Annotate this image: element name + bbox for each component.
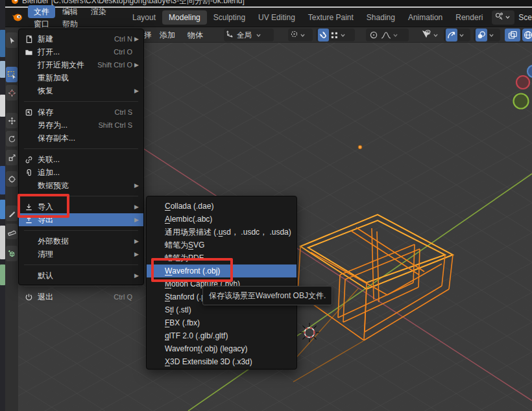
scene-icon — [494, 12, 503, 23]
submenu-item[interactable]: FBX (.fbx) — [147, 316, 296, 329]
navigation-gizmo[interactable] — [514, 65, 532, 109]
submenu-arrow-icon: ▶ — [132, 182, 139, 189]
submenu-item[interactable]: Wavefront (.obj) (legacy) — [147, 342, 296, 355]
file-menu-item[interactable]: 保存副本... — [19, 132, 143, 145]
pivot-point-dropdown[interactable] — [288, 29, 313, 41]
tweak-tool-button[interactable] — [6, 32, 18, 48]
xray-toggle[interactable] — [505, 29, 520, 41]
submenu-item[interactable]: Alembic(.abc) — [147, 213, 296, 226]
file-menu-item[interactable]: 恢复▶ — [19, 84, 143, 97]
file-menu-item[interactable]: 打开近期文件Shift Ctrl O▶ — [19, 58, 143, 71]
chevron-down-icon — [459, 32, 465, 38]
chevron-down-icon — [300, 32, 306, 38]
file-menu-item[interactable]: 重新加载 — [19, 71, 143, 84]
gizmos-group — [444, 29, 470, 41]
submenu-item[interactable]: glTF 2.0 (.glb/.gltf) — [147, 329, 296, 342]
workspace-tab[interactable]: Shading — [360, 10, 402, 25]
annotation-box-wavefront — [151, 258, 233, 282]
submenu-arrow-icon: ▶ — [132, 251, 139, 257]
workspace-tab[interactable]: UV Editing — [252, 10, 302, 25]
transform-orientation-dropdown[interactable]: 全局 — [224, 29, 274, 41]
menubar-menu[interactable]: 渲染 — [85, 5, 112, 18]
file-menu-item[interactable]: 追加... — [19, 166, 143, 179]
menu-add[interactable]: 添加 — [160, 30, 175, 41]
workspace-tab[interactable]: Renderi — [449, 10, 489, 25]
file-menu-item[interactable]: 保存Ctrl S — [19, 106, 143, 119]
menu-item-label: 另存为... — [38, 120, 93, 131]
workspace-tab[interactable]: Modeling — [162, 10, 207, 25]
chevron-down-icon — [505, 14, 511, 20]
menu-separator — [24, 230, 138, 231]
tooltip-text: 保存该场景至Wavefront OBJ文件. — [209, 290, 326, 301]
tooltip: 保存该场景至Wavefront OBJ文件. — [202, 286, 332, 305]
chevron-down-icon — [489, 32, 494, 38]
file-menu-item[interactable]: 关联... — [19, 153, 143, 166]
rotate-tool-button[interactable] — [6, 131, 18, 147]
file-menu-item[interactable]: 外部数据▶ — [19, 235, 143, 248]
file-menu-item[interactable]: 退出Ctrl Q — [19, 290, 143, 303]
submenu-item[interactable]: 蜡笔为SVG — [147, 239, 296, 252]
workspace-tabs: LayoutModelingSculptingUV EditingTexture… — [126, 10, 489, 25]
workspace-tab[interactable]: Texture Paint — [302, 10, 360, 25]
visibility-icon — [422, 29, 431, 41]
submenu-arrow-icon: ▶ — [132, 36, 139, 42]
cursor-tool-button[interactable] — [6, 85, 18, 100]
main-menus: 文件编辑渲染窗口帮助 — [28, 5, 114, 30]
3d-cursor[interactable] — [305, 328, 315, 338]
xray-icon — [505, 29, 520, 41]
menu-item-shortcut: Ctrl O — [114, 48, 132, 56]
file-menu-item[interactable]: 新建Ctrl N▶ — [19, 32, 143, 45]
measure-tool-button[interactable] — [6, 224, 18, 239]
file-menu-item[interactable]: 默认▶ — [19, 269, 143, 282]
annotation-box-export — [18, 194, 69, 218]
submenu-item[interactable]: X3D Extensible 3D (.x3d) — [147, 355, 296, 368]
scene-selector[interactable] — [492, 10, 514, 25]
snap-target-dropdown[interactable] — [329, 29, 348, 41]
submenu-item[interactable]: 通用场景描述 (.usd， .usdc， .usda) — [147, 226, 296, 239]
annotate-tool-button[interactable] — [6, 206, 18, 221]
snap-group — [316, 29, 355, 41]
blender-app-icon[interactable] — [12, 12, 23, 22]
file-menu-item[interactable]: 打开...Ctrl O — [19, 45, 143, 58]
submenu-item[interactable]: Collada (.dae) — [147, 200, 296, 213]
move-tool-button[interactable] — [6, 113, 18, 128]
file-menu-item[interactable]: 另存为...Shift Ctrl S — [19, 119, 143, 132]
wireframe-object-selected[interactable] — [298, 215, 453, 340]
scale-tool-button[interactable] — [6, 150, 18, 165]
file-menu-item[interactable]: 数据预览▶ — [19, 179, 143, 192]
select-box-tool-button[interactable] — [6, 67, 18, 82]
menu-separator — [24, 101, 138, 102]
menu-separator — [24, 286, 138, 287]
snap-toggle[interactable] — [318, 29, 329, 41]
proportional-editing-toggle[interactable] — [368, 29, 380, 41]
menubar-menu[interactable]: 文件 — [28, 5, 55, 18]
workspace-tab[interactable]: Layout — [126, 10, 162, 25]
file-menu-item[interactable]: 清理▶ — [19, 248, 143, 261]
menu-object[interactable]: 物体 — [187, 30, 203, 41]
menubar-menu[interactable]: 编辑 — [56, 5, 84, 18]
shading-wireframe-button[interactable] — [522, 29, 532, 41]
falloff-dropdown[interactable] — [380, 29, 401, 41]
chevron-down-icon — [340, 32, 346, 38]
append-icon — [25, 169, 38, 177]
show-object-types-dropdown[interactable] — [420, 29, 442, 41]
orientation-icon — [226, 29, 234, 41]
workspace-tab[interactable]: Animation — [402, 10, 449, 25]
menu-item-label: 打开... — [38, 47, 108, 58]
menu-item-label: 新建 — [38, 34, 109, 45]
new-file-icon — [25, 35, 38, 43]
submenu-arrow-icon: ▶ — [132, 204, 139, 210]
menu-item-label: 重新加载 — [38, 73, 127, 84]
add-cube-tool-button[interactable] — [6, 246, 18, 261]
menu-select[interactable]: 择 — [144, 30, 152, 41]
link-icon — [25, 156, 38, 164]
workspace-tab[interactable]: Sculpting — [207, 10, 252, 25]
gizmos-toggle[interactable] — [446, 29, 457, 41]
transform-tool-button[interactable] — [6, 171, 18, 187]
shading-mode-group — [522, 29, 532, 41]
submenu-item[interactable]: Stl (.stl) — [147, 303, 296, 316]
menu-separator — [24, 148, 138, 149]
topbar: 文件编辑渲染窗口帮助 LayoutModelingSculptingUV Edi… — [5, 8, 532, 27]
menu-item-label: 恢复 — [38, 86, 127, 97]
overlays-toggle[interactable] — [476, 29, 487, 41]
